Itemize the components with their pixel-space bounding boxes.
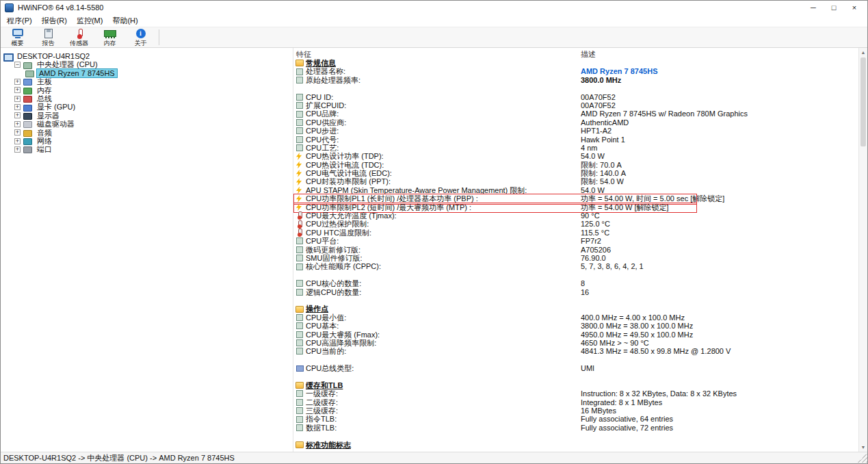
- tree-item-network[interactable]: +网络: [1, 137, 293, 145]
- detail-row[interactable]: 二级缓存:Integrated: 8 x 1 MBytes: [293, 398, 858, 407]
- detail-row[interactable]: CPU最大允许温度 (Tjmax):90 °C: [293, 211, 858, 220]
- tree-item-chip[interactable]: AMD Ryzen 7 8745HS: [1, 69, 293, 77]
- menu-item[interactable]: 报告(R): [37, 14, 72, 27]
- detail-row[interactable]: CPU最小值:400.0 MHz = 4.00 x 100.0 MHz: [293, 313, 858, 322]
- detail-row[interactable]: CPU电气设计电流 (EDC):限制: 140.0 A: [293, 169, 858, 177]
- chip-icon: [295, 331, 304, 339]
- expand-icon[interactable]: +: [14, 146, 21, 153]
- detail-row[interactable]: 指令TLB:Fully associative, 64 entries: [293, 415, 858, 423]
- section-row[interactable]: 操作点: [293, 305, 858, 313]
- description-value: Fully associative, 72 entries: [581, 424, 858, 432]
- detail-row[interactable]: CPU总线类型:UMI: [293, 364, 858, 372]
- detail-row[interactable]: CPU代号:Hawk Point 1: [293, 136, 858, 144]
- detail-row[interactable]: CPU热设计电流 (TDC):限制: 70.0 A: [293, 161, 858, 169]
- sensors-button[interactable]: 传感器: [64, 27, 94, 47]
- detail-row[interactable]: CPU过热保护限制:125.0 °C: [293, 220, 858, 228]
- detail-row[interactable]: 逻辑CPU的数量:16: [293, 288, 858, 296]
- spacer-row: [293, 296, 858, 305]
- detail-row[interactable]: CPU封装功率限制 (PPT):限制: 54.0 W: [293, 177, 858, 185]
- detail-row[interactable]: CPU功率限制PL2 (短时间) /最大睿频功率 (MTP) :功率 = 54.…: [293, 203, 858, 211]
- toolbar-button-label: 内存: [104, 40, 116, 47]
- menu-item[interactable]: 监控(M): [72, 14, 108, 27]
- expand-icon[interactable]: +: [14, 129, 21, 136]
- detail-row[interactable]: 扩展CPUID:00A70F52: [293, 101, 858, 109]
- section-row[interactable]: 标准功能标志: [293, 441, 858, 449]
- device-tree: DESKTOP-U4R1SQ2−中央处理器 (CPU)AMD Ryzen 7 8…: [1, 48, 293, 452]
- menu-item[interactable]: 帮助(H): [107, 14, 142, 27]
- expand-icon[interactable]: +: [14, 138, 21, 144]
- feature-label: CPU工艺:: [306, 144, 581, 152]
- detail-row[interactable]: SMU固件修订版:76.90.0: [293, 254, 858, 262]
- detail-row[interactable]: CPU当前的:4841.3 MHz = 48.50 x 99.8 MHz @ 1…: [293, 347, 858, 355]
- detail-row[interactable]: 一级缓存:Instruction: 8 x 32 KBytes, Data: 8…: [293, 389, 858, 398]
- tree-item-board[interactable]: +主板: [1, 77, 293, 86]
- vertical-scrollbar[interactable]: ▲ ▼: [858, 48, 867, 452]
- detail-row[interactable]: CPU功率限制PL1 (长时间) /处理器基本功率 (PBP) :功率 = 54…: [293, 194, 858, 203]
- summary-button[interactable]: 概要: [2, 27, 33, 47]
- feature-label: CPU最小值:: [306, 313, 581, 322]
- scrollbar-track[interactable]: [859, 147, 867, 443]
- tree-item-cpu[interactable]: −中央处理器 (CPU): [1, 60, 293, 68]
- detail-row[interactable]: CPU基本:3800.0 MHz = 38.00 x 100.0 MHz: [293, 322, 858, 330]
- detail-row[interactable]: CPU核心的数量:8: [293, 279, 858, 287]
- collapse-icon[interactable]: −: [14, 62, 21, 68]
- detail-row[interactable]: CPU品牌:AMD Ryzen 7 8745HS w/ Radeon 780M …: [293, 109, 858, 118]
- sensors-icon: [73, 29, 86, 39]
- maximize-button[interactable]: □: [824, 1, 844, 14]
- tree-item-port[interactable]: +端口: [1, 145, 293, 153]
- detail-row[interactable]: 数据TLB:Fully associative, 72 entries: [293, 424, 858, 432]
- tree-item-label: 音频: [35, 129, 54, 137]
- expand-icon[interactable]: +: [14, 112, 21, 118]
- bolt-icon: [295, 161, 304, 169]
- section-row[interactable]: 缓存和TLB: [293, 381, 858, 389]
- chip-icon: [295, 313, 304, 322]
- detail-row[interactable]: CPU平台:FP7r2: [293, 237, 858, 245]
- detail-row[interactable]: CPU供应商:AuthenticAMD: [293, 118, 858, 127]
- row-icon-empty: [295, 296, 304, 305]
- feature-column-header[interactable]: 特征: [296, 49, 581, 59]
- detail-row[interactable]: CPU热设计功率 (TDP):54.0 W: [293, 152, 858, 160]
- tree-item-gpu[interactable]: +显卡 (GPU): [1, 103, 293, 111]
- detail-row[interactable]: CPU步进:HPT1-A2: [293, 127, 858, 135]
- close-button[interactable]: ×: [844, 1, 865, 14]
- detail-row[interactable]: 三级缓存:16 MBytes: [293, 407, 858, 415]
- about-button[interactable]: 关于: [125, 27, 156, 47]
- detail-row[interactable]: 原始处理器频率:3800.0 MHz: [293, 76, 858, 84]
- tree-item-label: 端口: [35, 145, 54, 153]
- tree-item-disk[interactable]: +磁盘驱动器: [1, 120, 293, 128]
- summary-icon: [12, 29, 24, 39]
- expand-icon[interactable]: +: [14, 87, 21, 93]
- scroll-down-icon[interactable]: ▼: [859, 443, 867, 452]
- menu-item[interactable]: 程序(P): [2, 14, 37, 27]
- spacer-row: [293, 432, 858, 440]
- detail-row[interactable]: 核心性能顺序 (CPPC):5, 7, 3, 8, 6, 4, 2, 1: [293, 262, 858, 270]
- memory-button[interactable]: 内存: [94, 27, 125, 47]
- tree-item-memory[interactable]: +内存: [1, 86, 293, 94]
- tree-item-display[interactable]: +显示器: [1, 112, 293, 120]
- expand-icon[interactable]: +: [14, 121, 21, 127]
- detail-row[interactable]: 微码更新修订版:A705206: [293, 246, 858, 254]
- toolbar-button-label: 报告: [42, 40, 55, 47]
- bus-icon: [295, 364, 304, 372]
- tree-item-audio[interactable]: +音频: [1, 129, 293, 137]
- tree-item-bus[interactable]: +总线: [1, 94, 293, 103]
- tree-item-computer[interactable]: DESKTOP-U4R1SQ2: [1, 52, 293, 60]
- section-row[interactable]: 常规信息: [293, 59, 858, 67]
- minimize-button[interactable]: ─: [803, 1, 824, 14]
- row-icon-empty: [295, 432, 304, 440]
- scrollbar-thumb[interactable]: [860, 57, 866, 146]
- expand-icon[interactable]: +: [14, 104, 21, 110]
- detail-row[interactable]: 处理器名称:AMD Ryzen 7 8745HS: [293, 67, 858, 75]
- resize-grip[interactable]: [858, 453, 867, 463]
- detail-row[interactable]: CPU HTC温度限制:115.5 °C: [293, 229, 858, 237]
- detail-row[interactable]: CPU工艺:4 nm: [293, 144, 858, 152]
- description-column-header[interactable]: 描述: [581, 49, 596, 59]
- detail-row[interactable]: CPU ID:00A70F52: [293, 93, 858, 101]
- expand-icon[interactable]: +: [14, 96, 21, 102]
- detail-row[interactable]: APU STAPM (Skin Temperature-Aware Power …: [293, 186, 858, 194]
- scroll-up-icon[interactable]: ▲: [859, 48, 867, 57]
- detail-row[interactable]: CPU高温降频率限制:4650 MHz > ~ 90 °C: [293, 339, 858, 347]
- report-button[interactable]: 报告: [33, 27, 64, 47]
- detail-row[interactable]: CPU最大睿频 (Fmax):4950.0 MHz = 49.50 x 100.…: [293, 331, 858, 339]
- expand-icon[interactable]: +: [14, 79, 21, 85]
